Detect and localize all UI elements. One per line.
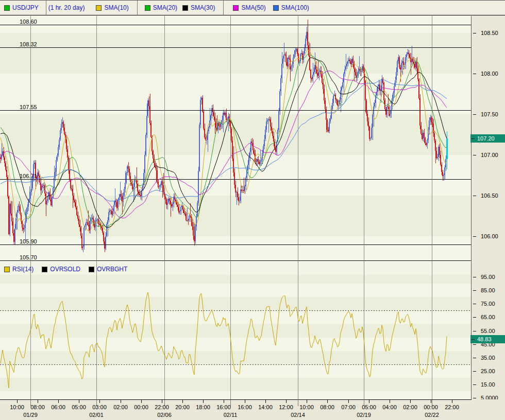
rsi-value-marker: 48.83 bbox=[470, 335, 505, 343]
hour-tick bbox=[452, 400, 452, 403]
date-label: 02/06 bbox=[157, 412, 172, 418]
rsi-legend-band bbox=[0, 263, 472, 275]
legend-label: SMA(30) bbox=[191, 4, 215, 11]
last-price-marker: 107.20 bbox=[470, 134, 505, 143]
hour-tick bbox=[99, 400, 100, 403]
date-label: 02/19 bbox=[357, 412, 371, 418]
time-label: 12:00 bbox=[279, 404, 293, 410]
legend-swatch-icon bbox=[273, 5, 279, 11]
date-label: 02/01 bbox=[89, 412, 104, 418]
legend-item-sma-30[interactable]: SMA(30) bbox=[182, 4, 215, 11]
time-label: 08:00 bbox=[30, 404, 45, 410]
time-label: 10:00 bbox=[10, 404, 24, 410]
hour-tick bbox=[121, 400, 121, 403]
legend-item-sma-20[interactable]: SMA(20) bbox=[145, 4, 177, 11]
rsi-tick: 35.00 bbox=[472, 355, 505, 361]
legend-item-sma-100[interactable]: SMA(100) bbox=[273, 4, 309, 11]
level-label: 107.55 bbox=[20, 104, 37, 110]
date-label: 02/22 bbox=[425, 412, 439, 418]
price-plot[interactable]: 108.60108.32107.55106.71105.90105.70 bbox=[0, 16, 472, 263]
level-label: 108.32 bbox=[20, 41, 37, 47]
hour-tick bbox=[369, 400, 369, 403]
rsi-tick: 25.00 bbox=[472, 368, 505, 375]
hour-tick bbox=[245, 400, 245, 403]
rsi-tick: 15.00 bbox=[472, 381, 505, 388]
price-tick: 106.00 bbox=[472, 233, 505, 240]
legend-item-1-hr-20-day[interactable]: (1 hr. 20 day) bbox=[48, 4, 85, 11]
time-label: 04:00 bbox=[382, 404, 397, 410]
date-label: 01/29 bbox=[23, 412, 38, 418]
hour-tick bbox=[17, 400, 18, 403]
time-axis: 01/2902/0102/0602/1102/1402/1902/2210:00… bbox=[0, 399, 505, 420]
time-label: 05:00 bbox=[362, 404, 376, 410]
date-label: 02/14 bbox=[291, 412, 305, 418]
time-label: 16:00 bbox=[238, 404, 252, 410]
hour-tick bbox=[38, 400, 38, 403]
rsi-tick: 55.00 bbox=[472, 328, 505, 335]
time-label: 02:00 bbox=[403, 404, 417, 410]
time-label: 16:00 bbox=[216, 404, 231, 410]
hour-tick bbox=[410, 400, 411, 403]
date-tick bbox=[298, 400, 298, 406]
hour-tick bbox=[327, 400, 328, 403]
price-axis: 108.50108.00107.50107.00106.50106.00 107… bbox=[472, 16, 505, 263]
rsi-plot[interactable] bbox=[0, 263, 472, 399]
time-label: 18:00 bbox=[196, 404, 210, 410]
legend-separator bbox=[223, 1, 224, 15]
legend-swatch-icon bbox=[145, 5, 150, 11]
rsi-tick: 95.00 bbox=[472, 274, 505, 281]
time-axis-line bbox=[0, 399, 472, 400]
price-tick: 107.50 bbox=[472, 111, 505, 118]
hour-tick bbox=[203, 400, 204, 403]
time-label: 05:00 bbox=[72, 404, 86, 410]
hour-tick bbox=[224, 400, 224, 403]
hour-tick bbox=[141, 400, 142, 403]
level-label: 105.70 bbox=[20, 254, 37, 260]
hour-tick bbox=[431, 400, 431, 403]
time-label: 03:00 bbox=[92, 404, 107, 410]
marker-tick bbox=[472, 339, 475, 340]
rsi-tick: 85.00 bbox=[472, 287, 505, 294]
marker-tick bbox=[472, 138, 475, 139]
price-tick: 106.50 bbox=[472, 192, 505, 199]
rsi-current-value: 48.83 bbox=[477, 336, 492, 342]
legend-item-sma-10[interactable]: SMA(10) bbox=[96, 4, 128, 11]
legend-separator bbox=[137, 1, 138, 15]
hour-tick bbox=[162, 400, 162, 403]
legend-label: SMA(50) bbox=[241, 4, 265, 11]
hour-tick bbox=[182, 400, 183, 403]
legend-item-usd-jpy[interactable]: USD/JPY bbox=[4, 4, 39, 11]
legend-item-sma-50[interactable]: SMA(50) bbox=[233, 4, 265, 11]
legend-label: SMA(10) bbox=[104, 4, 128, 11]
price-tick: 108.00 bbox=[472, 71, 505, 77]
main-chart-legend: USD/JPY(1 hr. 20 day)SMA(10)SMA(20)SMA(3… bbox=[0, 1, 505, 15]
legend-label: SMA(20) bbox=[153, 4, 177, 11]
time-label: 10:00 bbox=[299, 404, 314, 410]
rsi-tick: 75.00 bbox=[472, 301, 505, 307]
time-label: 08:00 bbox=[320, 404, 334, 410]
hour-tick bbox=[265, 400, 266, 403]
last-price-value: 107.20 bbox=[477, 135, 495, 142]
legend-swatch-icon bbox=[96, 5, 102, 11]
time-label: 07:00 bbox=[341, 404, 356, 410]
hour-tick bbox=[58, 400, 59, 403]
time-label: 06:00 bbox=[51, 404, 65, 410]
hour-tick bbox=[390, 400, 390, 403]
date-label: 02/11 bbox=[224, 412, 238, 418]
hour-tick bbox=[79, 400, 79, 403]
rsi-axis: 95.0085.0075.0065.0055.0045.0035.0025.00… bbox=[472, 263, 505, 399]
time-label: 22:00 bbox=[155, 404, 169, 410]
level-label: 105.90 bbox=[20, 238, 37, 244]
legend-label: (1 hr. 20 day) bbox=[48, 4, 85, 11]
time-label: 20:00 bbox=[175, 404, 190, 410]
legend-separator bbox=[46, 1, 46, 15]
legend-label: USD/JPY bbox=[12, 4, 39, 11]
time-label: 00:00 bbox=[424, 404, 438, 410]
legend-swatch-icon bbox=[233, 5, 239, 11]
time-label: 14:00 bbox=[258, 404, 273, 410]
hour-tick bbox=[307, 400, 307, 403]
time-label: 00:00 bbox=[134, 404, 148, 410]
time-label: 22:00 bbox=[445, 404, 459, 410]
chart-window: USD/JPY(1 hr. 20 day)SMA(10)SMA(20)SMA(3… bbox=[0, 0, 505, 420]
price-tick: 107.00 bbox=[472, 152, 505, 159]
